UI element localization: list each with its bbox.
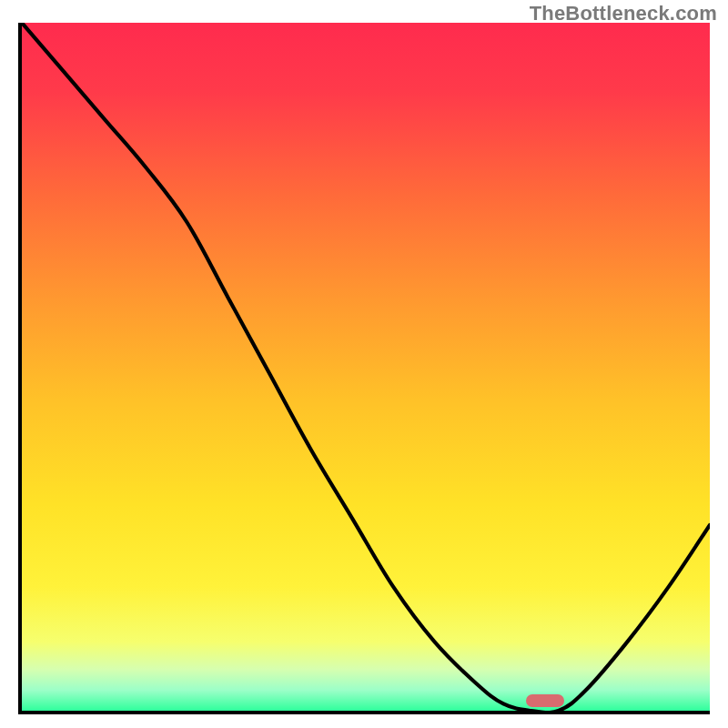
optimal-marker: [526, 694, 564, 707]
curve-layer: [22, 23, 710, 711]
plot-area: [18, 23, 710, 714]
bottleneck-curve: [22, 23, 710, 711]
chart-stage: TheBottleneck.com: [0, 0, 728, 728]
